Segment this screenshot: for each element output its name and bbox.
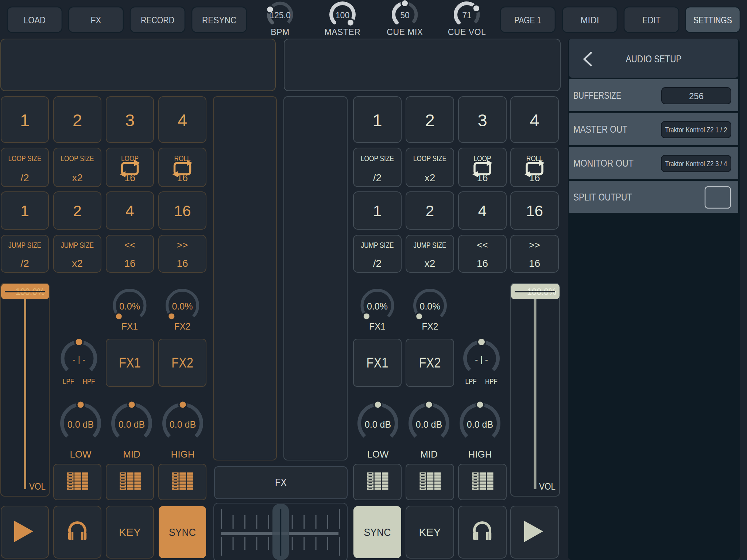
svg-text:16: 16 <box>529 258 540 269</box>
svg-text:LPF: LPF <box>63 377 74 385</box>
svg-text:>>: >> <box>177 240 188 250</box>
svg-text:FX1: FX1 <box>367 355 388 370</box>
svg-text:FX2: FX2 <box>419 355 441 370</box>
svg-text:JUMP SIZE: JUMP SIZE <box>8 241 41 250</box>
svg-text:MIDI: MIDI <box>581 15 599 26</box>
svg-text:Traktor Kontrol Z2 1 / 2: Traktor Kontrol Z2 1 / 2 <box>665 126 727 134</box>
svg-text:0.0 dB: 0.0 dB <box>467 419 493 429</box>
svg-text:LOOP SIZE: LOOP SIZE <box>8 154 42 163</box>
svg-text:2: 2 <box>426 202 434 219</box>
svg-text:FX: FX <box>275 476 287 488</box>
svg-text:<<: << <box>477 240 488 250</box>
svg-text:SYNC: SYNC <box>364 526 391 538</box>
svg-text:3: 3 <box>477 110 487 130</box>
svg-text:AUDIO SETUP: AUDIO SETUP <box>626 53 682 65</box>
svg-text:100: 100 <box>336 11 349 20</box>
svg-text:KEY: KEY <box>419 526 441 538</box>
svg-text:SPLIT OUTPUT: SPLIT OUTPUT <box>573 191 632 203</box>
svg-text:MID: MID <box>123 449 140 460</box>
svg-text:LOOP SIZE: LOOP SIZE <box>61 154 94 163</box>
svg-text:MASTER OUT: MASTER OUT <box>573 124 627 135</box>
svg-text:PAGE 1: PAGE 1 <box>514 15 541 26</box>
svg-text:16: 16 <box>526 202 543 219</box>
svg-text:3: 3 <box>125 110 135 130</box>
svg-text:/2: /2 <box>373 258 382 269</box>
svg-text:>>: >> <box>529 240 540 250</box>
svg-text:4: 4 <box>178 110 187 130</box>
svg-text:FX1: FX1 <box>119 355 141 370</box>
svg-text:2: 2 <box>425 110 434 130</box>
svg-text:RESYNC: RESYNC <box>202 15 236 26</box>
svg-text:1: 1 <box>20 110 30 130</box>
svg-text:125.0: 125.0 <box>270 11 291 20</box>
svg-text:LPF: LPF <box>465 377 477 385</box>
svg-text:2: 2 <box>73 110 82 130</box>
svg-text:50: 50 <box>400 11 410 20</box>
svg-text:1: 1 <box>372 110 382 130</box>
svg-text:x2: x2 <box>425 172 436 183</box>
svg-text:71: 71 <box>462 11 472 20</box>
svg-text:0.0 dB: 0.0 dB <box>170 419 196 429</box>
svg-text:<<: << <box>124 240 135 250</box>
svg-text:x2: x2 <box>72 258 83 269</box>
svg-text:HIGH: HIGH <box>468 449 492 460</box>
svg-text:JUMP SIZE: JUMP SIZE <box>414 241 446 250</box>
svg-text:2: 2 <box>73 202 81 219</box>
svg-text:MID: MID <box>420 449 438 460</box>
svg-text:16: 16 <box>529 172 540 183</box>
svg-text:CUE MIX: CUE MIX <box>387 27 423 37</box>
svg-text:16: 16 <box>124 172 135 183</box>
svg-text:FX2: FX2 <box>174 321 191 332</box>
svg-text:MONITOR OUT: MONITOR OUT <box>573 158 634 169</box>
svg-text:MASTER: MASTER <box>325 27 361 37</box>
svg-text:HPF: HPF <box>485 377 498 385</box>
svg-text:FX1: FX1 <box>369 321 386 332</box>
svg-text:VOL: VOL <box>539 481 556 492</box>
svg-text:Traktor Kontrol Z2 3 / 4: Traktor Kontrol Z2 3 / 4 <box>665 160 727 168</box>
svg-text:16: 16 <box>124 258 135 269</box>
svg-text:0.0 dB: 0.0 dB <box>416 419 442 429</box>
svg-text:BUFFERSIZE: BUFFERSIZE <box>573 90 621 101</box>
svg-text:LOAD: LOAD <box>24 15 46 26</box>
svg-text:16: 16 <box>177 172 188 183</box>
svg-text:0.0%: 0.0% <box>367 301 388 311</box>
svg-text:0.0%: 0.0% <box>420 301 441 311</box>
svg-text:FX2: FX2 <box>171 355 193 370</box>
svg-text:HPF: HPF <box>83 377 95 385</box>
svg-text:0.0 dB: 0.0 dB <box>67 419 94 429</box>
svg-text:HIGH: HIGH <box>171 449 195 460</box>
svg-text:16: 16 <box>174 202 191 219</box>
svg-text:4: 4 <box>125 202 134 219</box>
svg-text:JUMP SIZE: JUMP SIZE <box>61 241 94 250</box>
svg-text:256: 256 <box>689 91 704 101</box>
svg-text:JUMP SIZE: JUMP SIZE <box>361 241 394 250</box>
svg-text:4: 4 <box>530 110 539 130</box>
svg-text:- | -: - | - <box>475 354 488 364</box>
svg-text:FX1: FX1 <box>121 321 138 332</box>
svg-text:RECORD: RECORD <box>141 15 174 26</box>
svg-text:- | -: - | - <box>73 354 86 364</box>
svg-text:/2: /2 <box>20 172 29 183</box>
svg-text:EDIT: EDIT <box>642 15 661 26</box>
svg-text:16: 16 <box>177 258 188 269</box>
svg-text:16: 16 <box>477 172 488 183</box>
svg-text:x2: x2 <box>72 172 83 183</box>
svg-text:1: 1 <box>373 202 382 219</box>
svg-text:LOW: LOW <box>367 449 389 460</box>
svg-text:LOOP SIZE: LOOP SIZE <box>361 154 394 163</box>
svg-text:SYNC: SYNC <box>169 526 196 538</box>
svg-text:SETTINGS: SETTINGS <box>693 15 732 26</box>
svg-text:16: 16 <box>477 258 488 269</box>
svg-text:BPM: BPM <box>271 27 289 37</box>
svg-text:0.0%: 0.0% <box>119 301 140 311</box>
svg-text:1: 1 <box>20 202 29 219</box>
svg-text:0.0 dB: 0.0 dB <box>365 419 391 429</box>
svg-text:x2: x2 <box>425 258 436 269</box>
svg-text:/2: /2 <box>20 258 29 269</box>
svg-text:VOL: VOL <box>29 481 46 492</box>
svg-text:0.0%: 0.0% <box>172 301 193 311</box>
svg-text:LOW: LOW <box>70 449 92 460</box>
svg-text:FX: FX <box>91 15 101 26</box>
svg-text:/2: /2 <box>373 172 382 183</box>
svg-text:CUE VOL: CUE VOL <box>448 27 486 37</box>
